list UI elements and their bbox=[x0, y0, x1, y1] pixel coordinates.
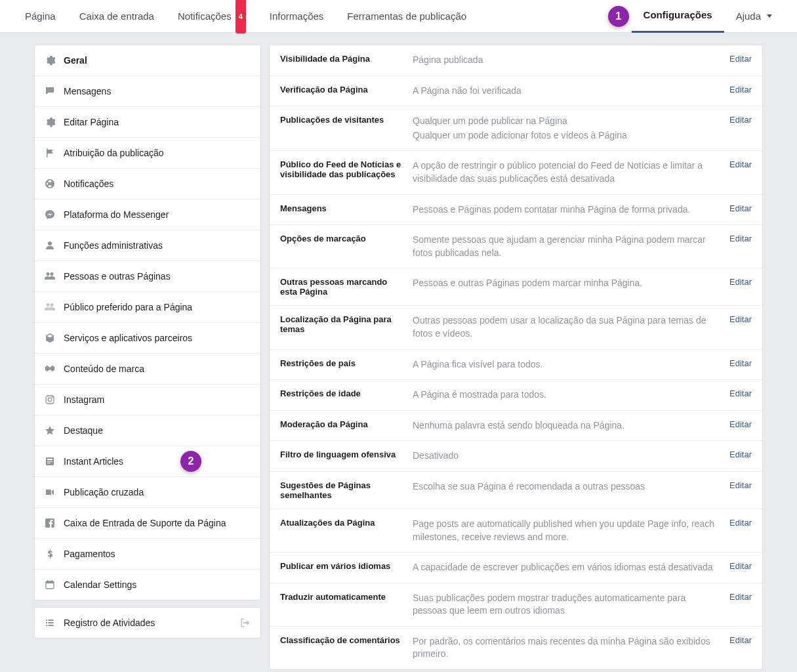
edit-link[interactable]: Editar bbox=[724, 419, 752, 432]
edit-link[interactable]: Editar bbox=[724, 277, 752, 297]
sidebar-item-servi-os-e-aplicativos-parceiros[interactable]: Serviços e aplicativos parceiros bbox=[35, 323, 260, 354]
tab-info[interactable]: Informações bbox=[258, 0, 336, 33]
setting-value: A Página não foi verificada bbox=[413, 85, 716, 98]
setting-value-line: Qualquer um pode adicionar fotos e vídeo… bbox=[413, 129, 716, 142]
setting-value-line: A Página fica visível para todos. bbox=[413, 358, 716, 371]
edit-link[interactable]: Editar bbox=[724, 635, 752, 661]
setting-label: Sugestões de Páginas semelhantes bbox=[280, 480, 405, 500]
sidebar-item-editar-p-gina[interactable]: Editar Página bbox=[35, 107, 260, 138]
dollar-icon bbox=[44, 548, 56, 560]
sidebar-item-pagamentos[interactable]: Pagamentos bbox=[35, 539, 260, 570]
sidebar-item-geral[interactable]: Geral bbox=[35, 45, 260, 76]
sidebar-item-conte-do-de-marca[interactable]: Conteúdo de marca bbox=[35, 354, 260, 385]
setting-value-line: Pessoas e outras Páginas podem marcar mi… bbox=[413, 277, 716, 290]
tab-publishing-tools[interactable]: Ferramentas de publicação bbox=[335, 0, 478, 33]
edit-link[interactable]: Editar bbox=[724, 358, 752, 371]
sidebar-activity: Registro de Atividades bbox=[34, 607, 261, 639]
sidebar-item-label: Destaque bbox=[64, 425, 103, 436]
list-icon bbox=[44, 617, 56, 629]
setting-row: Outras pessoas marcando esta PáginaPesso… bbox=[270, 268, 762, 306]
setting-label: Moderação da Página bbox=[280, 419, 405, 432]
setting-value: Pessoas e Páginas podem contatar minha P… bbox=[413, 203, 716, 217]
setting-value-line: Page posts are automatically published w… bbox=[413, 518, 716, 543]
sidebar-item-label: Pagamentos bbox=[64, 549, 115, 559]
sidebar-item-instagram[interactable]: Instagram bbox=[35, 385, 260, 415]
tab-notifications[interactable]: Notificações 4 bbox=[166, 0, 258, 33]
setting-row: Publicações de visitantesQualquer um pod… bbox=[270, 106, 762, 151]
sidebar-item-notifica-es[interactable]: Notificações bbox=[35, 169, 260, 200]
edit-link[interactable]: Editar bbox=[724, 54, 752, 67]
setting-value: Pessoas e outras Páginas podem marcar mi… bbox=[413, 277, 716, 297]
setting-value-line: A capacidade de escrever publicações em … bbox=[413, 561, 716, 574]
setting-row: Visibilidade da PáginaPágina publicadaEd… bbox=[270, 45, 762, 76]
sidebar-item-caixa-de-entrada-de-suporte-da-p-gina[interactable]: Caixa de Entrada de Suporte da Página bbox=[35, 508, 260, 539]
annotation-1: 1 bbox=[608, 6, 629, 27]
edit-link[interactable]: Editar bbox=[724, 115, 752, 142]
fb-icon bbox=[44, 517, 56, 529]
sidebar-item-label: Instagram bbox=[64, 394, 104, 405]
setting-row: MensagensPessoas e Páginas podem contata… bbox=[270, 195, 762, 226]
gear-icon bbox=[44, 116, 56, 128]
notifications-badge: 4 bbox=[235, 0, 246, 33]
edit-link[interactable]: Editar bbox=[724, 561, 752, 574]
setting-row: Publicar em vários idiomasA capacidade d… bbox=[270, 553, 762, 583]
sidebar-item-label: Conteúdo de marca bbox=[64, 364, 144, 374]
sidebar-item-publica-o-cruzada[interactable]: Publicação cruzada bbox=[35, 477, 260, 508]
setting-value: Suas publicações podem mostrar traduções… bbox=[413, 592, 716, 618]
setting-value-line: Desativado bbox=[413, 450, 716, 463]
setting-value-line: A Página não foi verificada bbox=[413, 85, 716, 98]
setting-label: Classificação de comentários bbox=[280, 635, 405, 661]
setting-value: Escolha se sua Página é recomendada a ou… bbox=[413, 480, 716, 500]
settings-panel: Visibilidade da PáginaPágina publicadaEd… bbox=[269, 45, 763, 670]
edit-link[interactable]: Editar bbox=[724, 203, 752, 217]
sidebar-item-instant-articles[interactable]: Instant Articles2 bbox=[35, 446, 260, 477]
setting-value-line: Suas publicações podem mostrar traduções… bbox=[413, 592, 716, 618]
edit-link[interactable]: Editar bbox=[724, 159, 752, 185]
cube-icon bbox=[44, 332, 56, 344]
setting-value: Qualquer um pode publicar na PáginaQualq… bbox=[413, 115, 716, 142]
setting-row: Verificação da PáginaA Página não foi ve… bbox=[270, 76, 762, 107]
edit-link[interactable]: Editar bbox=[724, 234, 752, 259]
setting-label: Filtro de linguagem ofensiva bbox=[280, 450, 405, 463]
setting-label: Restrições de país bbox=[280, 358, 405, 371]
sidebar-item-plataforma-do-messenger[interactable]: Plataforma do Messenger bbox=[35, 200, 260, 230]
setting-value: Page posts are automatically published w… bbox=[413, 518, 716, 543]
messenger-icon bbox=[44, 209, 56, 220]
edit-link[interactable]: Editar bbox=[724, 518, 752, 543]
setting-row: Filtro de linguagem ofensivaDesativadoEd… bbox=[270, 441, 762, 472]
sidebar-item-destaque[interactable]: Destaque bbox=[35, 415, 260, 446]
edit-link[interactable]: Editar bbox=[724, 314, 752, 340]
edit-link[interactable]: Editar bbox=[724, 592, 752, 618]
sidebar-item-fun-es-administrativas[interactable]: Funções administrativas bbox=[35, 230, 260, 261]
sidebar-item-atribui-o-da-publica-o[interactable]: Atribuição da publicação bbox=[35, 138, 260, 169]
edit-link[interactable]: Editar bbox=[724, 450, 752, 463]
sidebar-item-calendar-settings[interactable]: Calendar Settings bbox=[35, 570, 260, 600]
tab-settings[interactable]: Configurações bbox=[632, 0, 724, 33]
setting-value-line: A Página é mostrada para todos. bbox=[413, 388, 716, 402]
handshake-icon bbox=[44, 363, 56, 375]
setting-label: Restrições de idade bbox=[280, 388, 405, 402]
gear-icon bbox=[44, 54, 56, 66]
sidebar-item-label: Registro de Atividades bbox=[64, 618, 155, 628]
setting-label: Localização da Página para temas bbox=[280, 314, 405, 340]
tab-page[interactable]: Página bbox=[13, 0, 68, 33]
sidebar-item-mensagens[interactable]: Mensagens bbox=[35, 76, 260, 107]
edit-link[interactable]: Editar bbox=[724, 85, 752, 98]
sidebar-item-activity-log[interactable]: Registro de Atividades bbox=[35, 608, 260, 638]
edit-link[interactable]: Editar bbox=[724, 480, 752, 500]
setting-value: Página publicada bbox=[413, 54, 716, 67]
sidebar-item-label: Mensagens bbox=[64, 86, 111, 96]
calendar-icon bbox=[44, 579, 56, 591]
sidebar-item-pessoas-e-outras-p-ginas[interactable]: Pessoas e outras Páginas bbox=[35, 261, 260, 292]
setting-label: Publicações de visitantes bbox=[280, 115, 405, 142]
tab-inbox[interactable]: Caixa de entrada bbox=[68, 0, 166, 33]
sidebar-item-label: Atribuição da publicação bbox=[64, 148, 164, 158]
setting-row: Moderação da PáginaNenhuma palavra está … bbox=[270, 411, 762, 442]
setting-value: Por padrão, os comentários mais recentes… bbox=[413, 635, 716, 661]
chevron-down-icon bbox=[767, 14, 772, 18]
sidebar-item-label: Instant Articles bbox=[64, 456, 123, 467]
tab-help[interactable]: Ajuda bbox=[724, 0, 784, 33]
edit-link[interactable]: Editar bbox=[724, 388, 752, 402]
setting-value: A opção de restringir o público potencia… bbox=[413, 159, 716, 185]
sidebar-item-p-blico-preferido-para-a-p-gina[interactable]: Público preferido para a Página bbox=[35, 292, 260, 323]
